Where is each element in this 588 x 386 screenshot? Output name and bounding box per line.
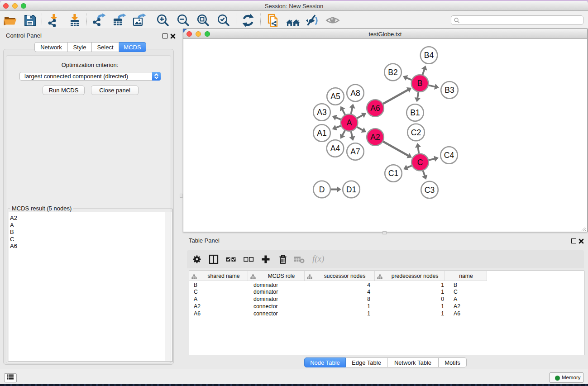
svg-text:A7: A7 (350, 147, 360, 156)
svg-text:B2: B2 (388, 68, 397, 77)
svg-text:C1: C1 (388, 169, 398, 178)
svg-text:A2: A2 (370, 133, 380, 142)
svg-text:B3: B3 (445, 86, 454, 95)
svg-text:A6: A6 (370, 104, 380, 113)
svg-text:A1: A1 (317, 129, 326, 138)
svg-text:A8: A8 (350, 89, 360, 98)
svg-text:C3: C3 (425, 186, 435, 195)
svg-text:C4: C4 (444, 151, 454, 160)
svg-text:B1: B1 (410, 108, 420, 117)
svg-text:A: A (347, 118, 352, 127)
svg-text:D1: D1 (346, 185, 356, 194)
svg-text:C: C (417, 158, 423, 167)
svg-text:C2: C2 (411, 128, 421, 137)
svg-text:A3: A3 (317, 108, 326, 117)
svg-text:B4: B4 (424, 51, 434, 60)
svg-text:A5: A5 (330, 92, 340, 101)
svg-text:A4: A4 (330, 144, 340, 153)
svg-text:B: B (417, 79, 423, 88)
svg-text:D: D (319, 185, 325, 194)
